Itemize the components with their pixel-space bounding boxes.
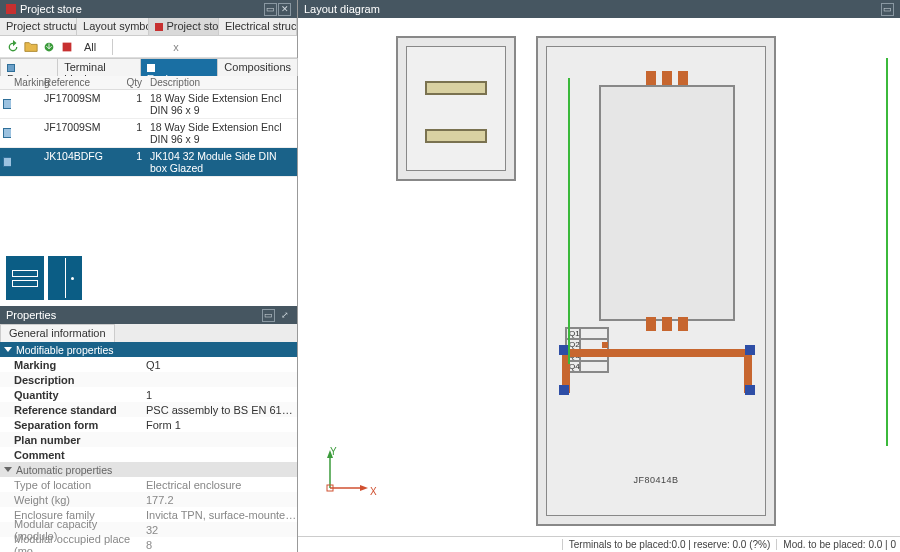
y-axis-label: Y: [330, 446, 337, 457]
project-store-title: Project store: [20, 3, 82, 15]
import-icon[interactable]: [42, 40, 56, 54]
properties-title: Properties: [6, 309, 56, 321]
col-qty[interactable]: Qty: [122, 77, 146, 88]
device-icon: [7, 64, 15, 72]
chevron-down-icon: [4, 467, 12, 472]
row-desc: JK104 32 Module Side DIN box Glazed: [146, 148, 297, 176]
prop-key: Type of location: [0, 479, 140, 491]
enclosure-row-icon: [3, 99, 11, 109]
ftab-enclosures[interactable]: Enclosures: [140, 58, 219, 76]
prop-value[interactable]: Form 1: [140, 419, 297, 431]
x-axis-label: X: [370, 486, 377, 497]
tab-layout-symbols[interactable]: Layout symbols: [77, 18, 149, 35]
panel-icon: [6, 4, 16, 14]
enclosure-row-icon: [3, 157, 11, 167]
col-reference[interactable]: Reference: [44, 77, 122, 88]
layout-title: Layout diagram: [304, 3, 380, 15]
project-store-header: Project store ▭ ✕: [0, 0, 297, 18]
row-qty: 1: [122, 90, 146, 118]
enclosure-grid: JF17009SM 1 18 Way Side Extension Encl D…: [0, 90, 297, 177]
prop-key: Quantity: [0, 389, 140, 401]
svg-rect-1: [63, 42, 72, 51]
layout-canvas[interactable]: Q1 Q2 Q3 Q4 JF80414B: [298, 18, 900, 536]
status-modules: Mod. to be placed: 0.0 | 0: [776, 539, 896, 550]
preview-thumb-a[interactable]: [6, 256, 44, 300]
busbar[interactable]: [554, 343, 760, 393]
folder-icon[interactable]: [24, 40, 38, 54]
export-icon[interactable]: [60, 40, 74, 54]
prop-value: 32: [140, 524, 297, 536]
prop-key: Separation form: [0, 419, 140, 431]
prop-key: Reference standard: [0, 404, 140, 416]
ftab-terminal[interactable]: Terminal block: [57, 58, 141, 76]
prop-value[interactable]: PSC assembly to BS EN 61439 ...: [140, 404, 297, 416]
layout-diagram-header: Layout diagram ▭: [298, 0, 900, 18]
grid-header: Marking Reference Qty Description: [0, 76, 297, 90]
enclosure-row-icon: [3, 128, 11, 138]
restore-icon[interactable]: ▭: [264, 3, 277, 16]
prop-value: 8: [140, 539, 297, 551]
main-enclosure[interactable]: Q1 Q2 Q3 Q4 JF80414B: [536, 36, 776, 526]
left-tabs: Project structur... Layout symbols Proje…: [0, 18, 297, 36]
table-row[interactable]: JF17009SM 1 18 Way Side Extension Encl D…: [0, 119, 297, 148]
restore-icon[interactable]: ▭: [881, 3, 894, 16]
row-ref: JK104BDFG: [44, 148, 122, 176]
prop-value: Electrical enclosure: [140, 479, 297, 491]
tab-project-store[interactable]: Project store: [149, 18, 219, 35]
prop-key: Modular occupied place (mo...: [0, 533, 140, 553]
preview-thumb-b[interactable]: [48, 256, 82, 300]
svg-marker-5: [360, 485, 368, 491]
row-ref: JF17009SM: [44, 90, 122, 118]
inner-panel[interactable]: [599, 85, 735, 321]
status-terminals: Terminals to be placed:0.0 | reserve: 0.…: [562, 539, 771, 550]
prop-value: Invicta TPN, surface-mounted enclosure, …: [140, 509, 297, 521]
prop-key: Comment: [0, 449, 140, 461]
filter-all-label[interactable]: All: [84, 41, 96, 53]
row-ref: JF17009SM: [44, 119, 122, 147]
close-icon[interactable]: ✕: [278, 3, 291, 16]
table-row[interactable]: JK104BDFG 1 JK104 32 Module Side DIN box…: [0, 148, 297, 177]
prop-key: Weight (kg): [0, 494, 140, 506]
clear-search-icon[interactable]: x: [173, 41, 179, 53]
prop-key: Description: [0, 374, 140, 386]
store-toolbar: All x: [0, 36, 297, 58]
din-rail[interactable]: [425, 129, 487, 143]
enclosure-icon: [147, 64, 155, 72]
ftab-compositions[interactable]: Compositions: [217, 58, 298, 76]
prop-key: Plan number: [0, 434, 140, 446]
enclosure-tag: JF80414B: [633, 475, 678, 485]
row-qty: 1: [122, 119, 146, 147]
pin-icon[interactable]: ⤢: [278, 309, 291, 322]
enclosure-preview: [0, 250, 297, 306]
prop-value[interactable]: Q1: [140, 359, 297, 371]
col-marking[interactable]: Marking: [0, 77, 44, 88]
left-enclosure[interactable]: [396, 36, 516, 181]
refresh-icon[interactable]: [6, 40, 20, 54]
status-bar: Terminals to be placed:0.0 | reserve: 0.…: [298, 536, 900, 552]
bottom-terminals[interactable]: [607, 317, 727, 333]
restore-icon[interactable]: ▭: [262, 309, 275, 322]
chevron-down-icon: [4, 347, 12, 352]
prop-key: Marking: [0, 359, 140, 371]
tab-electrical-structure[interactable]: Electrical struct...: [219, 18, 297, 35]
guideline[interactable]: [886, 58, 888, 446]
row-desc: 18 Way Side Extension Encl DIN 96 x 9: [146, 119, 297, 147]
tab-project-structure[interactable]: Project structur...: [0, 18, 77, 35]
guideline[interactable]: [568, 78, 570, 364]
col-desc[interactable]: Description: [146, 77, 297, 88]
section-automatic[interactable]: Automatic properties: [0, 462, 297, 477]
prop-value: 177.2: [140, 494, 297, 506]
ftab-device[interactable]: Device: [0, 58, 58, 76]
table-row[interactable]: JF17009SM 1 18 Way Side Extension Encl D…: [0, 90, 297, 119]
din-rail[interactable]: [425, 81, 487, 95]
properties-header: Properties ▭ ⤢: [0, 306, 297, 324]
row-qty: 1: [122, 148, 146, 176]
section-modifiable[interactable]: Modifiable properties: [0, 342, 297, 357]
props-tab-general[interactable]: General information: [0, 324, 115, 342]
prop-value[interactable]: 1: [140, 389, 297, 401]
row-desc: 18 Way Side Extension Encl DIN 96 x 9: [146, 90, 297, 118]
